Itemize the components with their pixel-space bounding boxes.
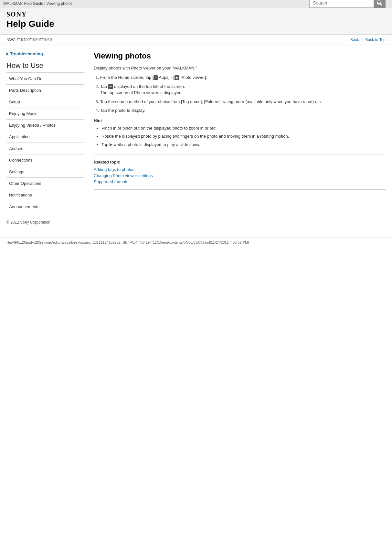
step-4: Tap the photo to display. xyxy=(100,107,386,114)
search-area xyxy=(309,0,386,8)
search-button[interactable] xyxy=(374,0,386,8)
hint-section: Hint Pinch in or pinch out on the displa… xyxy=(94,118,386,148)
device-model: NWZ-Z1040/Z1050/Z1060 xyxy=(6,37,52,42)
sidebar-item-what-you-can-do[interactable]: What You Can Do xyxy=(6,73,84,84)
sidebar-item-parts-description[interactable]: Parts Description xyxy=(6,85,84,96)
sidebar-items: What You Can DoParts DescriptionSetupEnj… xyxy=(6,73,84,212)
photo-viewer-icon: ▣ xyxy=(175,75,179,80)
nav-links: Back | Back to Top xyxy=(350,37,386,42)
hint-1: Pinch in or pinch out on the displayed p… xyxy=(101,125,386,132)
content: Viewing photos Display photos with Photo… xyxy=(94,51,386,225)
sidebar-item-other-operations[interactable]: Other Operations xyxy=(6,178,84,189)
play-icon xyxy=(110,143,112,146)
troubleshooting-label: Troubleshooting xyxy=(10,51,43,56)
nav-separator: | xyxy=(362,37,363,42)
tap-icon: ◄ xyxy=(108,84,113,89)
sidebar: Troubleshooting How to Use What You Can … xyxy=(6,51,84,225)
hint-2: Rotate the displayed photo by placing tw… xyxy=(101,133,386,140)
step-3: Tap the search method of your choice fro… xyxy=(100,99,386,105)
content-intro: Display photos with Photo viewer on your… xyxy=(94,66,386,70)
apps-icon: ⠿ xyxy=(154,75,158,80)
sidebar-item-android[interactable]: Android xyxy=(6,143,84,154)
steps-list: From the Home screen, tap [⠿ Apps] - [▣ … xyxy=(100,74,386,114)
subheader: NWZ-Z1040/Z1050/Z1060 Back | Back to Top xyxy=(0,35,392,45)
sidebar-item-announcements[interactable]: Announcements xyxy=(6,201,84,212)
browser-title-text: WALKMAN Help Guide | Viewing photos xyxy=(3,1,73,6)
related-links: Adding tags to photosChanging Photo view… xyxy=(94,167,386,184)
sidebar-item-setup[interactable]: Setup xyxy=(6,96,84,108)
back-link[interactable]: Back xyxy=(350,37,359,42)
chevron-right-icon xyxy=(6,52,9,56)
sidebar-item-notifications[interactable]: Notifications xyxy=(6,189,84,201)
step-2: Tap ◄ displayed on the top left of the s… xyxy=(100,83,386,96)
sidebar-item-settings[interactable]: Settings xyxy=(6,166,84,177)
search-icon xyxy=(377,0,382,5)
troubleshooting-link[interactable]: Troubleshooting xyxy=(6,51,84,56)
related-link-1[interactable]: Changing Photo viewer settings xyxy=(94,173,386,178)
how-to-use-heading: How to Use xyxy=(6,61,84,70)
back-to-top-link[interactable]: Back to Top xyxy=(366,37,386,42)
sidebar-item-enjoying-music[interactable]: Enjoying Music xyxy=(6,108,84,119)
hints-list: Pinch in or pinch out on the displayed p… xyxy=(101,125,386,148)
related-link-0[interactable]: Adding tags to photos xyxy=(94,167,386,172)
hint-label: Hint xyxy=(94,118,386,123)
help-guide-title: Help Guide xyxy=(6,19,54,29)
sidebar-item-enjoying-videos---photos[interactable]: Enjoying Videos / Photos xyxy=(6,120,84,131)
copyright: © 2012 Sony Corporation xyxy=(6,220,84,225)
sidebar-item-connections[interactable]: Connections xyxy=(6,154,84,166)
step-1: From the Home screen, tap [⠿ Apps] - [▣ … xyxy=(100,74,386,81)
sidebar-item-application[interactable]: Application xyxy=(6,131,84,143)
search-input[interactable] xyxy=(309,0,374,8)
sony-logo: SONY xyxy=(6,11,54,18)
content-divider-1 xyxy=(94,154,386,154)
footer: file:///F|/...20and%20Settings/editorala… xyxy=(0,238,392,247)
content-title: Viewing photos xyxy=(94,51,386,60)
header: SONY Help Guide xyxy=(0,7,392,35)
related-topic-label: Related topic xyxy=(94,160,386,164)
footer-text: file:///F|/...20and%20Settings/editorala… xyxy=(6,240,249,244)
hint-3: Tap while a photo is displayed to play a… xyxy=(101,142,386,148)
main: Troubleshooting How to Use What You Can … xyxy=(0,45,392,225)
related-link-2[interactable]: Supported formats xyxy=(94,179,386,184)
content-divider-2 xyxy=(94,189,386,190)
